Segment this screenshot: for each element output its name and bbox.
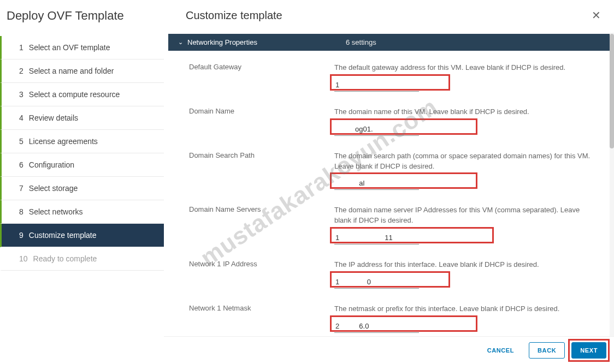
step-number: 5 xyxy=(19,137,23,146)
section-count: 6 settings xyxy=(346,38,376,46)
field-description: The domain name of this VM. Leave blank … xyxy=(334,107,610,117)
step-number: 1 xyxy=(19,43,23,52)
field-input-wrap xyxy=(334,320,419,333)
section-header[interactable]: ⌄ Networking Properties 6 settings xyxy=(168,34,610,51)
back-button[interactable]: BACK xyxy=(529,342,565,359)
step-number: 2 xyxy=(19,67,23,75)
setting-row: Domain Search PathThe domain search path… xyxy=(168,147,610,201)
wizard-step-7[interactable]: 7Select storage xyxy=(0,177,164,200)
field-label: Default Gateway xyxy=(189,63,334,71)
field-right: The netmask or prefix for this interface… xyxy=(334,304,610,333)
wizard-step-3[interactable]: 3Select a compute resource xyxy=(0,83,164,106)
step-number: 6 xyxy=(19,160,23,169)
close-icon[interactable]: ✕ xyxy=(592,9,601,22)
field-input-wrap xyxy=(334,276,419,289)
step-label: Select storage xyxy=(29,184,78,193)
step-number: 7 xyxy=(19,184,23,193)
scrollbar[interactable] xyxy=(610,33,614,337)
step-label: Review details xyxy=(29,114,78,122)
wizard-step-9[interactable]: 9Customize template xyxy=(0,224,164,247)
field-label: Domain Name Servers xyxy=(189,205,334,213)
field-right: The domain name of this VM. Leave blank … xyxy=(334,107,610,136)
chevron-down-icon: ⌄ xyxy=(178,39,183,46)
field-right: The domain search path (comma or space s… xyxy=(334,151,610,190)
next-button[interactable]: NEXT xyxy=(571,342,606,359)
wizard-step-2[interactable]: 2Select a name and folder xyxy=(0,59,164,83)
field-right: The domain name server IP Addresses for … xyxy=(334,205,610,244)
setting-row: Domain NameThe domain name of this VM. L… xyxy=(168,103,610,147)
setting-row: Default GatewayThe default gateway addre… xyxy=(168,58,610,103)
step-label: Select networks xyxy=(29,207,83,216)
field-label: Domain Name xyxy=(189,107,334,115)
field-description: The IP address for this interface. Leave… xyxy=(334,260,610,270)
wizard-step-6[interactable]: 6Configuration xyxy=(0,153,164,177)
wizard-step-10: 10Ready to complete xyxy=(0,247,164,271)
field-description: The domain search path (comma or space s… xyxy=(334,151,610,172)
wizard-sidebar: Deploy OVF Template 1Select an OVF templ… xyxy=(0,0,164,364)
field-label: Network 1 Netmask xyxy=(189,304,334,312)
field-input[interactable] xyxy=(334,276,419,289)
field-input-wrap xyxy=(334,231,419,244)
field-description: The netmask or prefix for this interface… xyxy=(334,304,610,314)
wizard-step-8[interactable]: 8Select networks xyxy=(0,200,164,224)
cancel-button[interactable]: CANCEL xyxy=(479,343,522,358)
step-label: License agreements xyxy=(29,137,98,146)
wizard-steps: 1Select an OVF template2Select a name an… xyxy=(0,36,164,271)
field-input[interactable] xyxy=(334,79,419,92)
page-title: Customize template xyxy=(186,9,282,22)
field-label: Network 1 IP Address xyxy=(189,260,334,268)
field-label: Domain Search Path xyxy=(189,151,334,159)
step-label: Select a name and folder xyxy=(29,67,114,75)
field-input[interactable] xyxy=(334,123,419,136)
wizard-step-4[interactable]: 4Review details xyxy=(0,106,164,130)
scrollbar-thumb[interactable] xyxy=(610,34,614,148)
field-right: The IP address for this interface. Leave… xyxy=(334,260,610,289)
step-label: Customize template xyxy=(29,231,97,240)
field-description: The domain name server IP Addresses for … xyxy=(334,205,610,226)
field-description: The default gateway address for this VM.… xyxy=(334,63,610,73)
setting-row: Domain Name ServersThe domain name serve… xyxy=(168,201,610,255)
step-label: Select a compute resource xyxy=(29,90,120,99)
wizard-step-5[interactable]: 5License agreements xyxy=(0,130,164,153)
setting-row: Network 1 IP AddressThe IP address for t… xyxy=(168,255,610,300)
field-input-wrap xyxy=(334,177,419,190)
settings-list: Default GatewayThe default gateway addre… xyxy=(164,51,614,344)
step-number: 8 xyxy=(19,207,23,216)
step-label: Ready to complete xyxy=(33,254,97,263)
wizard-title: Deploy OVF Template xyxy=(0,0,164,36)
field-input[interactable] xyxy=(334,177,419,190)
field-input-wrap xyxy=(334,123,419,136)
field-input[interactable] xyxy=(334,320,419,333)
step-label: Select an OVF template xyxy=(29,43,110,52)
field-right: The default gateway address for this VM.… xyxy=(334,63,610,92)
field-input-wrap xyxy=(334,79,419,92)
step-number: 10 xyxy=(19,254,28,263)
step-label: Configuration xyxy=(29,160,74,169)
step-number: 4 xyxy=(19,114,23,122)
wizard-step-1[interactable]: 1Select an OVF template xyxy=(0,36,164,59)
section-label: Networking Properties xyxy=(187,38,346,46)
wizard-footer: CANCEL BACK NEXT xyxy=(164,336,614,364)
field-input[interactable] xyxy=(334,231,419,244)
main-panel: Customize template ✕ ⌄ Networking Proper… xyxy=(164,0,614,364)
step-number: 9 xyxy=(19,231,23,240)
step-number: 3 xyxy=(19,90,23,99)
